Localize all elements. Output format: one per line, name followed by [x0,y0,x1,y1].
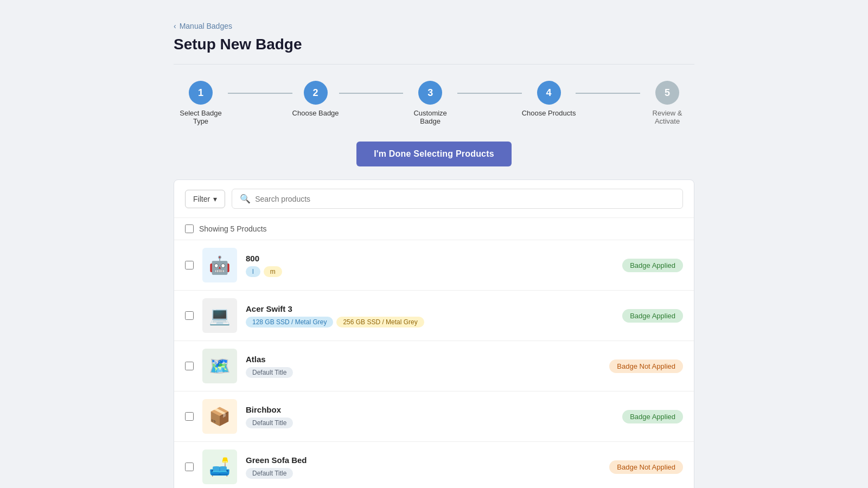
table-row: 🛋️ Green Sofa Bed Default Title Badge No… [174,442,694,488]
product-name-3: Birchbox [246,405,614,414]
done-selecting-button[interactable]: I'm Done Selecting Products [356,142,512,166]
product-image-3: 📦 [202,399,237,434]
product-name-1: Acer Swift 3 [246,304,614,313]
filter-button[interactable]: Filter ▾ [185,190,225,208]
step-5-circle: 5 [655,81,679,105]
variant-tags-2: Default Title [246,367,601,378]
search-wrapper: 🔍 [232,189,683,209]
variant-tag: m [264,266,282,277]
search-icon: 🔍 [240,194,251,204]
table-row: 📦 Birchbox Default Title Badge Applied [174,391,694,442]
step-3-label: Customize Badge [403,109,457,125]
step-5: 5 Review & Activate [640,81,694,125]
connector-3-4 [457,93,522,94]
table-row: 🤖 800 lm Badge Applied [174,240,694,291]
page-title: Setup New Badge [174,36,694,53]
badge-status-4: Badge Not Applied [609,460,683,474]
step-4-circle: 4 [537,81,561,105]
product-image-4: 🛋️ [202,450,237,484]
stepper: 1 Select Badge Type 2 Choose Badge 3 Cus… [174,81,694,125]
badge-status-3: Badge Applied [622,410,683,423]
table-row: 🗺️ Atlas Default Title Badge Not Applied [174,341,694,391]
product-name-2: Atlas [246,355,601,364]
page-divider [174,64,694,65]
product-name-4: Green Sofa Bed [246,455,601,465]
product-image-1: 💻 [202,298,237,333]
variant-tag: l [246,266,260,277]
product-name-0: 800 [246,254,614,263]
badge-status-0: Badge Applied [622,259,683,272]
product-info-1: Acer Swift 3 128 GB SSD / Metal Grey256 … [246,304,614,328]
table-row: 💻 Acer Swift 3 128 GB SSD / Metal Grey25… [174,291,694,341]
product-emoji-0: 🤖 [209,255,231,275]
variant-tags-3: Default Title [246,418,614,428]
filter-row: Filter ▾ 🔍 [174,180,694,218]
badge-status-1: Badge Applied [622,309,683,323]
product-image-0: 🤖 [202,248,237,282]
product-info-4: Green Sofa Bed Default Title [246,455,601,479]
product-emoji-3: 📦 [209,406,231,427]
step-5-label: Review & Activate [640,109,694,125]
variant-tags-4: Default Title [246,468,601,479]
step-1: 1 Select Badge Type [174,81,228,125]
connector-4-5 [576,93,640,94]
step-1-label: Select Badge Type [174,109,228,125]
variant-tags-1: 128 GB SSD / Metal Grey256 GB SSD / Meta… [246,317,614,328]
step-3-circle: 3 [418,81,442,105]
product-checkbox-1[interactable] [185,311,194,320]
back-arrow-icon: ‹ [174,22,176,30]
breadcrumb-label[interactable]: Manual Badges [180,22,232,30]
step-1-circle: 1 [189,81,213,105]
product-checkbox-3[interactable] [185,412,194,421]
filter-chevron-icon: ▾ [213,195,217,203]
step-4-label: Choose Products [522,109,576,117]
product-checkbox-4[interactable] [185,463,194,471]
variant-tag: 256 GB SSD / Metal Grey [336,317,424,328]
badge-status-2: Badge Not Applied [609,359,683,373]
step-2: 2 Choose Badge [292,81,339,117]
connector-1-2 [228,93,292,94]
product-image-2: 🗺️ [202,349,237,383]
product-emoji-4: 🛋️ [209,457,231,477]
step-2-label: Choose Badge [292,109,339,117]
variant-tag: Default Title [246,418,293,428]
step-4: 4 Choose Products [522,81,576,117]
search-input[interactable] [255,195,675,203]
product-info-0: 800 lm [246,254,614,277]
breadcrumb[interactable]: ‹ Manual Badges [174,22,694,30]
variant-tags-0: lm [246,266,614,277]
variant-tag: Default Title [246,468,293,479]
step-2-circle: 2 [304,81,328,105]
step-3: 3 Customize Badge [403,81,457,125]
product-checkbox-2[interactable] [185,362,194,370]
product-checkbox-0[interactable] [185,261,194,269]
product-list-card: Filter ▾ 🔍 Showing 5 Products 🤖 800 lm B… [174,179,694,488]
product-emoji-1: 💻 [209,305,231,326]
product-info-3: Birchbox Default Title [246,405,614,428]
connector-2-3 [339,93,404,94]
showing-label: Showing 5 Products [199,224,267,233]
filter-label: Filter [193,195,210,203]
product-info-2: Atlas Default Title [246,355,601,378]
product-emoji-2: 🗺️ [209,356,231,376]
showing-row: Showing 5 Products [174,218,694,240]
variant-tag: 128 GB SSD / Metal Grey [246,317,333,328]
variant-tag: Default Title [246,367,293,378]
product-list: 🤖 800 lm Badge Applied 💻 Acer Swift 3 12… [174,240,694,488]
select-all-checkbox[interactable] [185,224,194,233]
done-button-wrapper: I'm Done Selecting Products [174,142,694,166]
